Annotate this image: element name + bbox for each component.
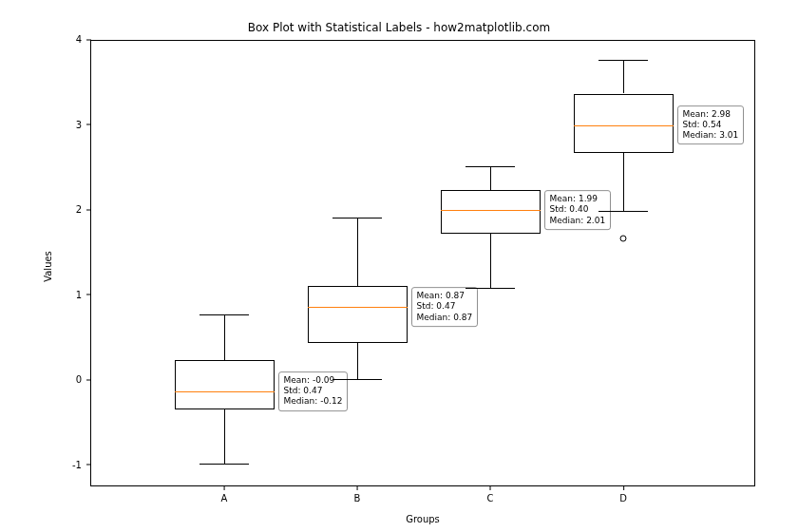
stat-label: Mean: 0.87Std: 0.47Median: 0.87 (411, 287, 479, 327)
stat-median: Median: 3.01 (683, 130, 739, 141)
y-tick: 0 (76, 374, 91, 385)
whisker-low (490, 234, 491, 287)
box (175, 360, 275, 409)
stat-label: Mean: -0.09Std: 0.47Median: -0.12 (278, 371, 349, 411)
stat-label: Mean: 2.98Std: 0.54Median: 3.01 (677, 105, 745, 145)
whisker-high (224, 314, 225, 359)
box (308, 286, 408, 343)
outlier (620, 235, 627, 241)
box (441, 190, 541, 235)
y-axis-label: Values (32, 0, 64, 532)
stat-median: Median: 0.87 (417, 313, 473, 323)
median-line (308, 307, 408, 308)
stat-mean: Mean: 0.87 (417, 291, 473, 301)
stat-mean: Mean: 2.98 (683, 109, 739, 120)
stat-median: Median: 2.01 (550, 216, 606, 226)
whisker-high (490, 166, 491, 189)
stat-mean: Mean: 1.99 (550, 194, 606, 204)
stat-median: Median: -0.12 (284, 396, 343, 407)
cap-high (598, 60, 649, 61)
x-tick: C (487, 485, 494, 504)
y-tick: 3 (76, 119, 91, 129)
cap-low (200, 464, 250, 465)
stat-mean: Mean: -0.09 (284, 375, 343, 386)
cap-low (598, 211, 649, 212)
y-tick: 4 (76, 34, 91, 45)
stat-std: Std: 0.47 (284, 386, 343, 396)
cap-high (466, 166, 516, 167)
whisker-low (357, 343, 358, 379)
cap-high (200, 314, 250, 315)
cap-low (466, 288, 516, 289)
stat-std: Std: 0.40 (550, 205, 606, 216)
x-tick: D (619, 485, 627, 504)
y-tick: 2 (76, 204, 91, 215)
median-line (441, 210, 541, 211)
box (574, 94, 674, 154)
x-axis-label: Groups (90, 514, 755, 524)
whisker-low (224, 409, 225, 464)
y-tick: -1 (72, 459, 91, 469)
figure: Box Plot with Statistical Labels - how2m… (0, 0, 798, 532)
plot-area: -101234ABCDMean: -0.09Std: 0.47Median: -… (90, 40, 755, 486)
whisker-high (357, 218, 358, 286)
x-tick: B (354, 485, 361, 504)
stat-std: Std: 0.54 (683, 120, 739, 130)
stat-std: Std: 0.47 (417, 302, 473, 313)
median-line (175, 391, 275, 392)
whisker-high (623, 60, 624, 94)
cap-low (332, 379, 383, 380)
y-tick: 1 (76, 289, 91, 299)
chart-title: Box Plot with Statistical Labels - how2m… (0, 21, 798, 34)
whisker-low (623, 153, 624, 211)
x-tick: A (221, 485, 228, 504)
cap-high (332, 218, 383, 218)
median-line (574, 125, 674, 126)
